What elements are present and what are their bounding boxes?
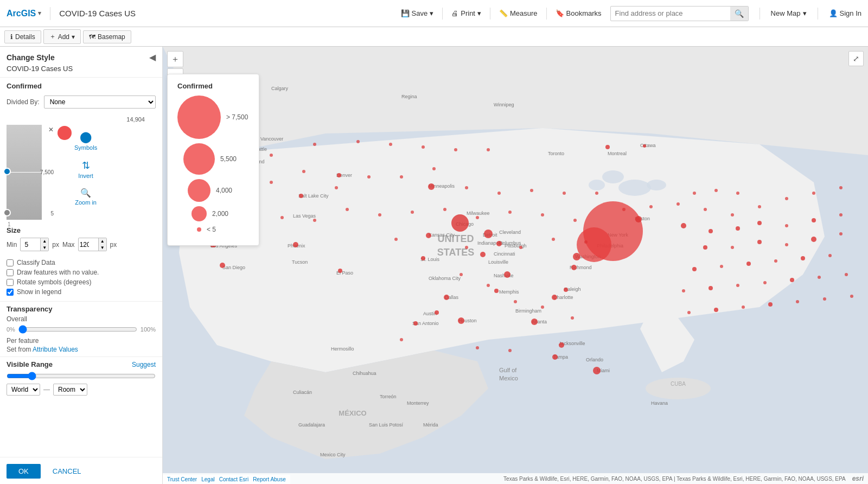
svg-text:Vancouver: Vancouver (260, 136, 283, 142)
svg-text:Kansas City: Kansas City (429, 232, 455, 238)
rotate-symbols-row: Rotate symbols (degrees) (7, 278, 156, 286)
svg-point-95 (444, 295, 449, 300)
size-chart-area: 14,904 7,500 5 ✕ (0, 112, 162, 224)
svg-point-76 (577, 227, 611, 262)
chart-right-controls: ⬤ Symbols ⇅ Invert 🔍 Zoom in (74, 125, 97, 206)
arcgis-logo[interactable]: ArcGIS ▾ (7, 9, 41, 18)
visible-range-slider[interactable] (7, 372, 156, 380)
legal-link[interactable]: Legal (201, 476, 214, 482)
fullscreen-button[interactable]: ⤢ (848, 51, 864, 66)
overall-label: Overall (7, 315, 156, 323)
toolbar2: ℹ Details ＋ Add ▾ 🗺 Basemap (0, 27, 868, 47)
size-min-down[interactable]: ▼ (40, 245, 48, 251)
symbols-button[interactable]: ⬤ Symbols (74, 130, 97, 151)
print-button[interactable]: 🖨 Print ▾ (451, 9, 481, 17)
svg-point-85 (338, 269, 342, 273)
svg-point-160 (731, 213, 734, 216)
svg-point-145 (519, 246, 522, 249)
search-input[interactable] (611, 7, 730, 20)
svg-point-112 (356, 140, 360, 143)
sign-in-button[interactable]: 👤 Sign In (829, 9, 861, 17)
svg-point-113 (389, 143, 392, 146)
trust-center-link[interactable]: Trust Center (167, 476, 197, 482)
map-area[interactable]: Gulf of Mexico UNITED STATES MÉXICO CUBA… (163, 47, 868, 484)
invert-button[interactable]: ⇅ Invert (78, 160, 93, 179)
save-button[interactable]: 💾 Save ▾ (401, 9, 434, 17)
visible-range-start-select[interactable]: World (7, 384, 40, 396)
bookmarks-button[interactable]: 🔖 Bookmarks (556, 9, 602, 17)
details-button[interactable]: ℹ Details (4, 30, 41, 43)
panel-collapse-button[interactable]: ◀ (149, 52, 156, 62)
svg-point-82 (299, 194, 303, 198)
arcgis-menu-chevron[interactable]: ▾ (38, 10, 41, 17)
report-abuse-link[interactable]: Report Abuse (253, 476, 286, 482)
svg-point-158 (736, 192, 739, 195)
new-map-button[interactable]: New Map ▾ (771, 9, 807, 17)
visible-range-label: Visible Range (7, 360, 53, 368)
svg-point-143 (394, 238, 398, 241)
svg-point-87 (451, 214, 469, 232)
add-button[interactable]: ＋ Add ▾ (43, 29, 81, 44)
svg-text:Culiacán: Culiacán (293, 390, 312, 395)
cancel-button[interactable]: CANCEL (47, 464, 87, 479)
svg-point-183 (828, 254, 832, 257)
size-inputs: Min ▲ ▼ px Max ▲ ▼ px (7, 238, 156, 251)
zoom-in-map-button[interactable]: ＋ (167, 51, 183, 67)
svg-point-94 (421, 256, 425, 260)
search-button[interactable]: 🔍 (730, 7, 748, 21)
draw-no-value-checkbox[interactable] (7, 269, 14, 276)
svg-text:Cleveland: Cleveland (499, 230, 521, 235)
svg-point-161 (758, 205, 761, 208)
size-min-spinbox[interactable]: ▲ ▼ (20, 238, 49, 251)
transparency-slider[interactable] (18, 325, 137, 334)
svg-point-187 (763, 281, 767, 284)
svg-point-150 (514, 300, 517, 303)
size-max-down[interactable]: ▼ (98, 245, 106, 251)
size-max-up[interactable]: ▲ (98, 238, 106, 245)
svg-point-186 (736, 284, 739, 287)
suggest-link[interactable]: Suggest (132, 361, 156, 368)
size-max-spinbox[interactable]: ▲ ▼ (78, 238, 107, 251)
map-title-label: COVID-19 Cases US (59, 9, 136, 18)
svg-text:Orlando: Orlando (586, 357, 603, 362)
visible-range-slider-row (7, 372, 156, 380)
svg-point-165 (681, 223, 686, 228)
visible-range-end-select[interactable]: Room (53, 384, 87, 396)
attribute-values-link[interactable]: Attribute Values (33, 346, 78, 353)
save-icon: 💾 (401, 9, 410, 17)
chart-mid-value: 7,500 (40, 169, 54, 175)
svg-point-188 (790, 278, 794, 282)
size-label: Size (7, 226, 156, 234)
svg-point-83 (293, 242, 298, 247)
contact-esri-link[interactable]: Contact Esri (219, 476, 248, 482)
svg-text:Mérida: Mérida (423, 422, 438, 428)
svg-point-191 (687, 311, 691, 314)
svg-point-173 (731, 246, 734, 249)
classify-data-checkbox[interactable] (7, 259, 14, 266)
svg-point-104 (635, 216, 642, 222)
size-max-input[interactable] (79, 240, 98, 250)
pct-100-label: 100% (141, 326, 156, 333)
svg-point-154 (476, 346, 479, 349)
search-box: 🔍 (610, 6, 749, 21)
svg-text:Regina: Regina (401, 94, 417, 99)
ok-button[interactable]: OK (7, 464, 41, 479)
svg-text:San Diego: San Diego (222, 265, 245, 270)
size-min-input[interactable] (21, 240, 40, 250)
divided-by-select[interactable]: None Population Area (44, 95, 156, 109)
svg-text:Memphis: Memphis (499, 289, 519, 295)
map-svg: Gulf of Mexico UNITED STATES MÉXICO CUBA… (163, 47, 868, 484)
svg-point-111 (313, 143, 316, 146)
svg-text:Tucson: Tucson (292, 259, 308, 265)
svg-point-156 (693, 192, 696, 195)
size-min-up[interactable]: ▲ (40, 238, 48, 245)
svg-point-133 (378, 213, 381, 216)
show-in-legend-checkbox[interactable] (7, 289, 14, 296)
basemap-button[interactable]: 🗺 Basemap (83, 30, 131, 43)
rotate-symbols-checkbox[interactable] (7, 279, 14, 286)
measure-button[interactable]: 📏 Measure (499, 9, 538, 17)
svg-point-107 (593, 367, 601, 374)
svg-point-125 (497, 192, 501, 195)
svg-text:Monterrey: Monterrey (407, 400, 429, 406)
zoom-in-button[interactable]: 🔍 Zoom in (75, 188, 97, 206)
